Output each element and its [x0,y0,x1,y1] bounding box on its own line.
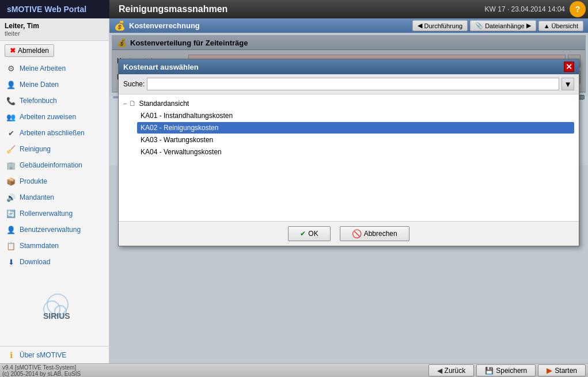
sidebar-item-meine-arbeiten[interactable]: Meine Arbeiten [0,60,109,77]
gear-icon [6,63,16,74]
tree-root-item: − 🗋 Standardansicht [123,99,574,108]
building-icon [6,160,16,170]
tree-item-ka01[interactable]: KA01 - Instandhaltungskosten [137,110,574,121]
main-panel: 💰 Kostenverteilung für Zeiteinträge Kost… [112,35,586,93]
save-button[interactable]: 💾 Speichern [476,364,536,376]
complete-icon [6,128,16,138]
tree-item-ka03[interactable]: KA03 - Wartungskosten [137,134,574,146]
svg-text:SIRIUS: SIRIUS [43,311,70,321]
tree-collapse-icon[interactable]: − [123,100,127,107]
user-name: Leiter, Tim [5,22,104,30]
panel-icon: 💰 [114,20,126,31]
sidebar-label: Download [20,258,50,266]
save-label: Speichern [496,367,527,375]
logout-button[interactable]: ✖ Abmelden [5,44,54,57]
back-label: Zurück [445,367,466,375]
search-dropdown-button[interactable]: ▼ [562,78,574,90]
help-button[interactable]: ? [570,1,586,17]
ok-label: OK [308,230,318,238]
stamm-icon [6,241,16,251]
save-disk-icon: 💾 [485,367,494,375]
x-icon: ✖ [10,47,16,55]
back-arrow-icon: ◀ [418,22,422,29]
sidebar-item-meine-daten[interactable]: Meine Daten [0,77,109,93]
sidebar-label: Stammdaten [20,242,59,250]
sidebar-label: Produkte [20,177,47,185]
content-area: 💰 Kostenverrechnung ◀ Durchführung 📎 Dat… [109,18,588,363]
logout-label: Abmelden [18,47,49,55]
sidebar-label: Benutzerverwaltung [20,226,81,234]
version-info: v9.4 [sMOTIVE Test-System] (c) 2005-2014… [2,364,81,377]
tree-item-ka04[interactable]: KA04 - Verwaltungskosten [137,146,574,158]
modal-close-button[interactable]: ✕ [564,62,574,72]
up-arrow-icon: ▲ [544,22,550,29]
modal-title: Kostenart auswählen [123,63,199,71]
sidebar-item-gebaeudeinformation[interactable]: Gebäudeinformation [0,157,109,173]
tree-children: KA01 - Instandhaltungskosten KA02 - Rein… [137,110,574,158]
sidebar-label: Rollenverwaltung [20,210,73,218]
sidebar-item-benutzerverwaltung[interactable]: Benutzerverwaltung [0,222,109,238]
version-line1: v9.4 [sMOTIVE Test-System] [2,364,81,371]
app-header: sMOTIVE Web Portal Reinigungsmassnahmen … [0,0,588,18]
modal-cancel-button[interactable]: 🚫 Abbrechen [340,226,409,241]
modal-tree: − 🗋 Standardansicht KA01 - Instandhaltun… [119,94,579,221]
sirius-logo: SIRIUS [0,286,109,330]
products-icon [6,176,16,186]
dropdown-icon: ▼ [564,80,571,89]
phone-icon [6,96,16,106]
sidebar-item-telefonbuch[interactable]: Telefonbuch [0,93,109,109]
benutzer-icon [6,224,16,235]
rollen-icon [6,208,16,219]
sidebar-item-mandanten[interactable]: Mandanten [0,189,109,205]
person-icon [6,79,16,90]
modal-search-area: Suche: ▼ [119,74,579,94]
attachment-icon: 📎 [475,22,483,29]
start-label: Starten [555,367,577,375]
forward-arrow-icon: ▶ [526,22,531,29]
user-section: Leiter, Tim tleiter [0,18,109,41]
sidebar-item-reinigung[interactable]: Reinigung [0,141,109,157]
cancel-label: Abbrechen [364,230,397,238]
tree-item-ka02[interactable]: KA02 - Reinigungskosten [137,122,574,134]
uber-smotive-label: Über sMOTIVE [20,351,66,359]
sidebar: Leiter, Tim tleiter ✖ Abmelden Meine Arb… [0,18,109,363]
page-title: Reinigungsmassnahmen [109,4,485,14]
back-button[interactable]: ◀ Zurück [428,364,475,376]
content-title: Kostenverrechnung [129,21,200,30]
sidebar-label: Meine Daten [20,81,59,89]
sidebar-label: Telefonbuch [20,97,57,105]
header-datetime: KW 17 · 23.04.2014 14:04 [485,5,570,13]
modal-header: Kostenart auswählen ✕ [119,59,579,74]
kostenart-modal: Kostenart auswählen ✕ Suche: ▼ − 🗋 Stand… [118,59,579,246]
start-button[interactable]: ▶ Starten [538,364,586,376]
sidebar-label: Arbeiten zuweisen [20,113,76,121]
bottom-buttons: ◀ Zurück 💾 Speichern ▶ Starten [428,364,586,376]
play-icon: ▶ [547,366,552,375]
attachments-nav-button[interactable]: 📎 Dateianhänge ▶ [470,20,536,31]
assign-icon [6,112,16,122]
sidebar-label: Arbeiten abschließen [20,129,85,137]
clean-icon [6,144,16,154]
search-label: Suche: [123,80,145,88]
back-arrow-icon: ◀ [437,367,442,375]
sidebar-item-produkte[interactable]: Produkte [0,173,109,189]
sidebar-item-rollenverwaltung[interactable]: Rollenverwaltung [0,205,109,222]
folder-icon: 🗋 [129,99,136,108]
sidebar-item-arbeiten-zuweisen[interactable]: Arbeiten zuweisen [0,109,109,125]
sidebar-item-stammdaten[interactable]: Stammdaten [0,238,109,254]
modal-ok-button[interactable]: ✔ OK [288,226,330,241]
version-line2: (c) 2005-2014 by sLAB, EuSIS [2,371,81,377]
sidebar-item-uber-smotive[interactable]: Über sMOTIVE [0,346,109,363]
back-nav-button[interactable]: ◀ Durchführung [412,20,468,31]
tree-root-label: Standardansicht [139,100,189,108]
search-input[interactable] [147,78,559,90]
ok-checkmark-icon: ✔ [300,230,306,238]
overview-nav-button[interactable]: ▲ Übersicht [538,21,583,31]
sidebar-label: Meine Arbeiten [20,64,66,73]
sidebar-item-arbeiten-abschliessen[interactable]: Arbeiten abschließen [0,125,109,141]
download-icon [6,257,16,267]
bottom-bar: v9.4 [sMOTIVE Test-System] (c) 2005-2014… [0,363,588,377]
sidebar-item-download[interactable]: Download [0,254,109,270]
sidebar-label: Reinigung [20,145,51,153]
app-logo: sMOTIVE Web Portal [0,0,109,18]
